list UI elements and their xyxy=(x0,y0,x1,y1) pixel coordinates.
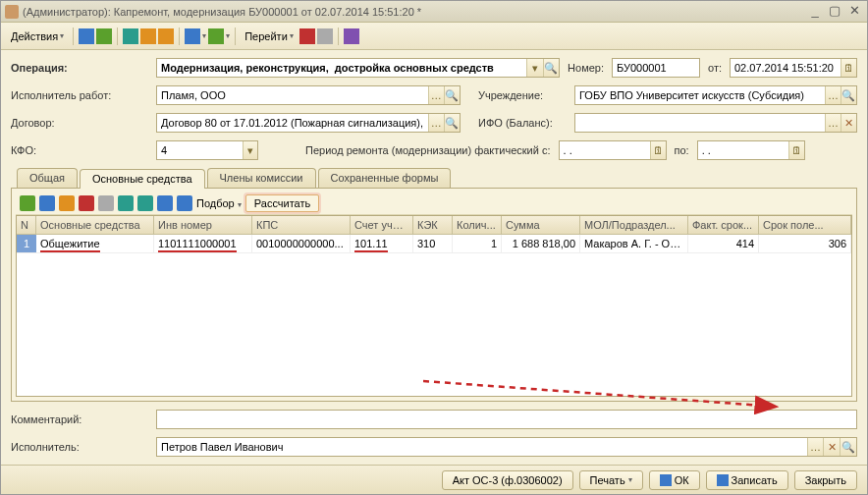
ok-button[interactable]: ОК xyxy=(649,470,700,490)
act-button[interactable]: Акт ОС-3 (ф.0306002) xyxy=(442,470,573,490)
number-input[interactable] xyxy=(612,58,700,78)
contract-input[interactable]: …🔍 xyxy=(156,113,461,133)
help-icon[interactable] xyxy=(344,28,359,44)
tab-common[interactable]: Общая xyxy=(17,168,78,188)
operation-lookup-icon[interactable]: 🔍 xyxy=(543,59,560,77)
more-icon[interactable]: … xyxy=(825,86,841,104)
tab-fixed-assets[interactable]: Основные средства xyxy=(80,169,205,189)
col-sum[interactable]: Сумма xyxy=(502,216,580,234)
clear-icon[interactable]: ✕ xyxy=(823,438,840,456)
move-up-icon[interactable] xyxy=(118,195,134,211)
tab-saved-forms[interactable]: Сохраненные формы xyxy=(318,168,452,188)
col-kek[interactable]: КЭК xyxy=(413,216,453,234)
close-button[interactable]: Закрыть xyxy=(794,470,857,490)
sort-asc-icon[interactable] xyxy=(157,195,173,211)
institution-input[interactable]: …🔍 xyxy=(574,85,857,105)
filter-icon[interactable] xyxy=(98,195,114,211)
list-icon[interactable] xyxy=(185,28,200,44)
calendar-icon[interactable]: 🗓 xyxy=(788,141,803,159)
more-icon[interactable]: … xyxy=(428,114,444,132)
period-label: Период ремонта (модернизации) фактически… xyxy=(305,144,551,156)
save-disk-icon xyxy=(717,474,729,486)
operation-label: Операция: xyxy=(11,62,148,74)
period-to-input[interactable]: 🗓 xyxy=(697,140,805,160)
col-mol[interactable]: МОЛ/Подраздел... xyxy=(580,216,688,234)
lookup-icon[interactable]: 🔍 xyxy=(444,114,460,132)
row-number: 1 xyxy=(17,235,36,252)
executor-label: Исполнитель работ: xyxy=(11,89,148,101)
more-icon[interactable]: … xyxy=(807,438,824,456)
doc-new-icon[interactable] xyxy=(140,28,156,44)
cell-sum: 1 688 818,00 xyxy=(502,235,580,252)
col-fakt[interactable]: Факт. срок... xyxy=(688,216,759,234)
cell-mol: Макаров А. Г. - Об... xyxy=(580,235,688,252)
institution-label: Учреждение: xyxy=(478,89,567,101)
operation-dropdown-icon[interactable]: ▾ xyxy=(526,59,543,77)
lookup-icon[interactable]: 🔍 xyxy=(840,438,856,456)
clear-icon[interactable]: ✕ xyxy=(841,114,856,132)
calendar-icon[interactable]: 🗓 xyxy=(650,141,665,159)
form-icon[interactable] xyxy=(317,28,333,44)
col-n[interactable]: N xyxy=(17,216,36,234)
contract-label: Договор: xyxy=(11,117,148,129)
period-to-label: по: xyxy=(675,144,689,156)
assets-grid[interactable]: N Основные средства Инв номер КПС Счет у… xyxy=(16,215,852,397)
close-window-button[interactable]: ✕ xyxy=(845,5,863,19)
col-acct[interactable]: Счет учета xyxy=(351,216,413,234)
operation-select[interactable]: ▾ 🔍 xyxy=(156,58,560,78)
ok-icon xyxy=(660,474,672,486)
executor2-input[interactable]: …✕🔍 xyxy=(156,437,857,457)
maximize-button[interactable]: ▢ xyxy=(826,5,843,19)
calculate-button[interactable]: Рассчитать xyxy=(245,194,319,212)
tab-commission[interactable]: Члены комиссии xyxy=(207,168,316,188)
col-srok[interactable]: Срок поле... xyxy=(759,216,851,234)
cell-kps: 0010000000000... xyxy=(252,235,351,252)
executor2-label: Исполнитель: xyxy=(11,441,148,453)
cell-acct: 101.11 xyxy=(354,238,388,252)
user-icon[interactable] xyxy=(158,28,174,44)
copy-row-icon[interactable] xyxy=(39,195,55,211)
refresh-icon[interactable] xyxy=(96,28,112,44)
save-icon[interactable] xyxy=(79,28,94,44)
edit-row-icon[interactable] xyxy=(59,195,75,211)
comment-input[interactable] xyxy=(156,410,857,429)
more-icon[interactable]: … xyxy=(428,86,444,104)
date-input[interactable]: 🗓 xyxy=(730,58,857,78)
kfo-dropdown-icon[interactable]: ▾ xyxy=(243,141,257,159)
print-menu[interactable]: Печать ▾ xyxy=(579,470,643,490)
ifo-label: ИФО (Баланс): xyxy=(478,117,567,129)
col-qty[interactable]: Колич... xyxy=(453,216,502,234)
cell-kek: 310 xyxy=(413,235,453,252)
pick-menu[interactable]: Подбор ▾ xyxy=(196,197,242,209)
window-title: (Администратор): Капремонт, модернизация… xyxy=(23,6,804,18)
period-from-input[interactable]: 🗓 xyxy=(559,140,667,160)
dk-icon[interactable] xyxy=(299,28,315,44)
col-kps[interactable]: КПС xyxy=(252,216,351,234)
tree-icon[interactable] xyxy=(208,28,224,44)
cell-qty: 1 xyxy=(453,235,502,252)
sort-desc-icon[interactable] xyxy=(177,195,192,211)
actions-menu[interactable]: Действия ▾ xyxy=(7,28,68,44)
kfo-label: КФО: xyxy=(11,144,148,156)
save-button[interactable]: Записать xyxy=(706,470,788,490)
ifo-input[interactable]: …✕ xyxy=(574,113,857,133)
col-os[interactable]: Основные средства xyxy=(36,216,154,234)
date-from-label: от: xyxy=(708,62,722,74)
comment-label: Комментарий: xyxy=(11,413,148,425)
move-down-icon[interactable] xyxy=(137,195,153,211)
lookup-icon[interactable]: 🔍 xyxy=(444,86,460,104)
number-label: Номер: xyxy=(568,62,604,74)
cell-fakt: 414 xyxy=(688,235,759,252)
doc-copy-icon[interactable] xyxy=(123,28,138,44)
executor-input[interactable]: …🔍 xyxy=(156,85,461,105)
lookup-icon[interactable]: 🔍 xyxy=(841,86,856,104)
goto-menu[interactable]: Перейти ▾ xyxy=(241,28,298,44)
delete-row-icon[interactable] xyxy=(79,195,94,211)
more-icon[interactable]: … xyxy=(825,114,841,132)
calendar-icon[interactable]: 🗓 xyxy=(841,59,856,77)
add-icon[interactable] xyxy=(20,195,35,211)
col-inv[interactable]: Инв номер xyxy=(154,216,252,234)
table-row[interactable]: 1 Общежитие 1101111000001 0010000000000.… xyxy=(17,235,851,253)
minimize-button[interactable]: _ xyxy=(806,5,824,19)
kfo-select[interactable]: ▾ xyxy=(156,140,258,160)
